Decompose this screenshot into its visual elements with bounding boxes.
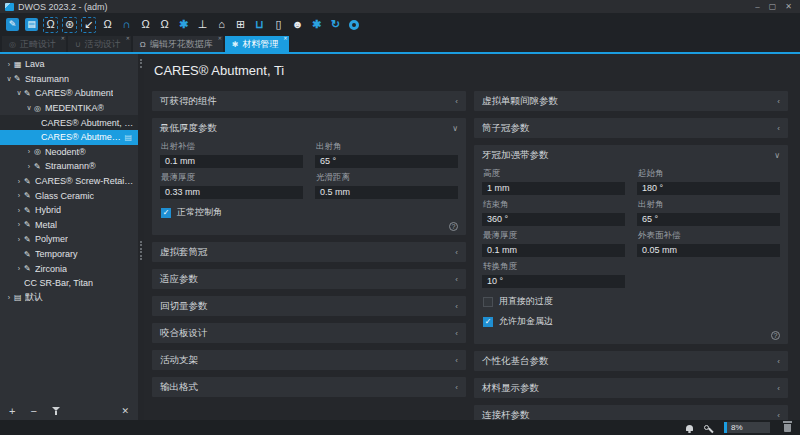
panel-splitter[interactable] — [138, 54, 144, 420]
section-header[interactable]: 回切量参数 ‹ — [152, 296, 466, 316]
caret-right-icon[interactable]: › — [14, 221, 24, 228]
tab-close-icon[interactable]: ✕ — [283, 36, 287, 41]
tab-removable-design[interactable]: ∪ 活动设计 ✕ — [68, 36, 131, 52]
caret-right-icon[interactable]: › — [14, 207, 24, 214]
filter-icon[interactable] — [52, 406, 61, 416]
tree-item-straumann[interactable]: ∨ ✎ Straumann — [0, 72, 138, 87]
add-material-button[interactable]: + — [9, 406, 15, 416]
caret-right-icon[interactable]: › — [14, 178, 24, 185]
splitter-handle[interactable] — [139, 57, 143, 69]
close-button[interactable]: ✕ — [785, 3, 792, 11]
notification-bell-icon[interactable] — [686, 425, 693, 431]
clipboard-icon[interactable]: ▯ — [271, 17, 286, 33]
tree-item-zirconia[interactable]: › ✎ Zirconia — [0, 261, 138, 276]
tree-item-cares-abutment[interactable]: ∨ ✎ CARES® Abutment — [0, 86, 138, 101]
tree-item-default[interactable]: › ▤ 默认 — [0, 291, 138, 306]
tree-item-medentika[interactable]: ∨ ◎ MEDENTIKA® — [0, 101, 138, 116]
field-input[interactable]: 180 ° — [637, 182, 780, 195]
tree-item-cares-abutment-cocr[interactable]: CARES® Abutment, CoCr — [0, 115, 138, 130]
tab-close-icon[interactable]: ✕ — [126, 36, 130, 41]
section-header[interactable]: 个性化基台参数 ‹ — [474, 351, 788, 371]
tree-item-neodent[interactable]: › ◎ Neodent® — [0, 145, 138, 160]
new-case-icon[interactable]: ✎ — [6, 18, 19, 31]
section-header[interactable]: 可获得的组件 ‹ — [152, 91, 466, 111]
caret-right-icon[interactable]: › — [24, 163, 34, 170]
field-input[interactable]: 0.5 mm — [315, 186, 458, 199]
caret-down-icon[interactable]: ∨ — [24, 104, 34, 112]
tab-tooth-database[interactable]: Ω 编辑牙花数据库 ✕ — [133, 36, 223, 52]
checkbox-checked-icon[interactable]: ✓ — [161, 208, 171, 218]
tree-item-metal[interactable]: › ✎ Metal — [0, 218, 138, 233]
tree-item-straumann-sub[interactable]: › ✎ Straumann® — [0, 159, 138, 174]
tree-item-temporary[interactable]: ✎ Temporary — [0, 247, 138, 262]
checkbox-unchecked-icon[interactable] — [483, 297, 493, 307]
tooth-photo-icon[interactable]: Ω — [157, 17, 172, 33]
milling-cart-icon[interactable]: ⊞ — [233, 17, 248, 33]
tree-item-cc-sr-bar-titan[interactable]: CC SR-Bar, Titan — [0, 276, 138, 291]
checkbox-normal-control-angle[interactable]: ✓ 正常控制角 — [161, 206, 458, 219]
mesh-sphere-icon[interactable]: ⊛ — [62, 17, 77, 33]
caret-down-icon[interactable]: ∨ — [14, 89, 24, 97]
tree-item-polymer[interactable]: › ✎ Polymer — [0, 232, 138, 247]
section-header[interactable]: 虚拟单颗间隙参数 ‹ — [474, 91, 788, 111]
caret-right-icon[interactable]: › — [4, 294, 14, 301]
tab-close-icon[interactable]: ✕ — [61, 36, 65, 41]
settings-gear-icon[interactable]: ✱ — [309, 17, 324, 33]
caret-right-icon[interactable]: › — [4, 61, 14, 68]
caret-down-icon[interactable]: ∨ — [4, 75, 14, 83]
tooth-design-icon[interactable]: Ω — [100, 17, 115, 33]
field-input[interactable]: 10 ° — [482, 275, 625, 288]
crown-design-icon[interactable]: ∩ — [119, 17, 134, 33]
key-icon[interactable] — [704, 425, 709, 430]
section-header[interactable]: 牙冠加强带参数 ∨ — [474, 145, 788, 165]
lab-management-icon[interactable]: ⌂ — [214, 17, 229, 33]
tree-item-cares-screw-retained-bridge[interactable]: › ✎ CARES® Screw-Retained Bridg… — [0, 174, 138, 189]
caret-right-icon[interactable]: › — [24, 148, 34, 155]
minimize-button[interactable]: – — [755, 3, 759, 11]
sync-icon[interactable]: ↻ — [328, 17, 343, 33]
tree-item-cares-abutment-ti[interactable]: CARES® Abutment, Ti ▤ — [0, 130, 138, 145]
trash-icon[interactable] — [784, 424, 791, 432]
field-input[interactable]: 0.33 mm — [160, 186, 303, 199]
maximize-button[interactable]: ▢ — [769, 3, 777, 11]
field-input[interactable]: 1 mm — [482, 182, 625, 195]
field-input[interactable]: 65 ° — [315, 155, 458, 168]
import-icon[interactable]: ⊔ — [252, 17, 267, 33]
anatomy-tooth-icon[interactable]: Ω — [138, 17, 153, 33]
scan-capture-icon[interactable]: Ω — [43, 17, 58, 33]
tree-item-glass-ceramic[interactable]: › ✎ Glass Ceramic — [0, 188, 138, 203]
pick-object-icon[interactable]: ↙ — [81, 17, 96, 33]
field-input[interactable]: 0.05 mm — [637, 244, 780, 257]
session-ring-icon[interactable] — [349, 20, 359, 30]
section-header[interactable]: 咬合板设计 ‹ — [152, 323, 466, 343]
clear-filter-button[interactable]: ✕ — [121, 406, 129, 416]
tree-item-hybrid[interactable]: › ✎ Hybrid — [0, 203, 138, 218]
caret-right-icon[interactable]: › — [14, 236, 24, 243]
help-icon[interactable]: ? — [771, 331, 780, 340]
user-icon[interactable]: ☻ — [290, 17, 305, 33]
field-input[interactable]: 360 ° — [482, 213, 625, 226]
field-input[interactable]: 65 ° — [637, 213, 780, 226]
tab-material-management[interactable]: ✱ 材料管理 ✕ — [225, 36, 289, 52]
section-header[interactable]: 筒子冠参数 ‹ — [474, 118, 788, 138]
section-header[interactable]: 适应参数 ‹ — [152, 269, 466, 289]
caret-right-icon[interactable]: › — [14, 265, 24, 272]
section-header[interactable]: 材料显示参数 ‹ — [474, 378, 788, 398]
case-list-icon[interactable]: ▤ — [25, 18, 38, 31]
tab-orthodontic-design[interactable]: ◎ 正畸设计 ✕ — [2, 36, 66, 52]
section-header[interactable]: 活动支架 ‹ — [152, 350, 466, 370]
field-input[interactable]: 0.1 mm — [160, 155, 303, 168]
splitter-handle[interactable] — [139, 239, 143, 262]
implant-tooth-icon[interactable]: ✱ — [176, 17, 191, 33]
section-header[interactable]: 最低厚度参数 ∨ — [152, 118, 466, 138]
caret-right-icon[interactable]: › — [14, 192, 24, 199]
field-input[interactable]: 0.1 mm — [482, 244, 625, 257]
remove-material-button[interactable]: − — [30, 406, 36, 416]
checkbox-use-direct-transition[interactable]: 用直接的过度 — [483, 295, 780, 308]
section-header[interactable]: 输出格式 ‹ — [152, 377, 466, 397]
checkbox-checked-icon[interactable]: ✓ — [483, 317, 493, 327]
tab-close-icon[interactable]: ✕ — [218, 36, 222, 41]
tree-item-lava[interactable]: › ▦ Lava — [0, 57, 138, 72]
help-icon[interactable]: ? — [449, 222, 458, 231]
checkbox-allow-metal-margin[interactable]: ✓ 允许加金属边 — [483, 315, 780, 328]
